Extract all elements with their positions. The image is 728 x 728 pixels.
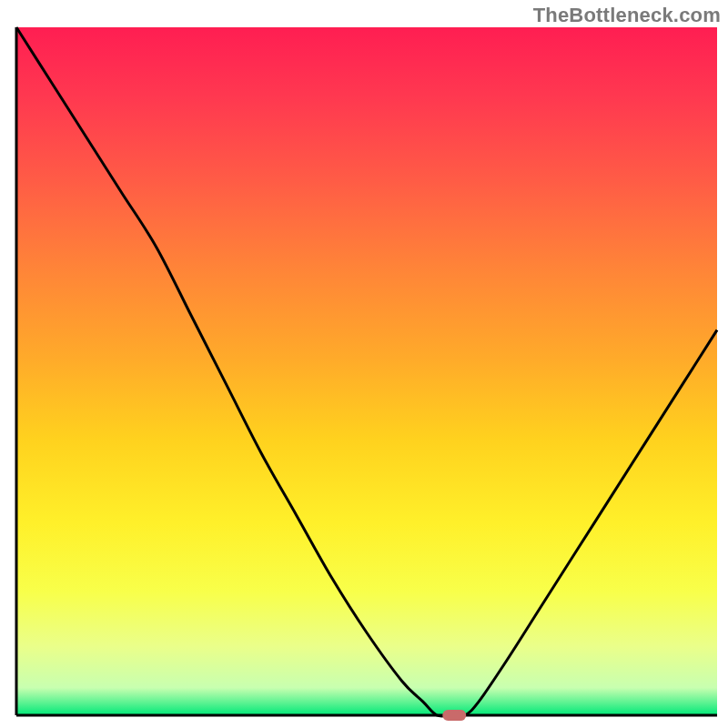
optimal-marker: [442, 710, 466, 721]
watermark-label: TheBottleneck.com: [533, 4, 721, 27]
plot-background: [16, 27, 717, 715]
chart-container: { "watermark": "TheBottleneck.com", "cha…: [0, 0, 728, 728]
bottleneck-chart: [0, 0, 728, 728]
